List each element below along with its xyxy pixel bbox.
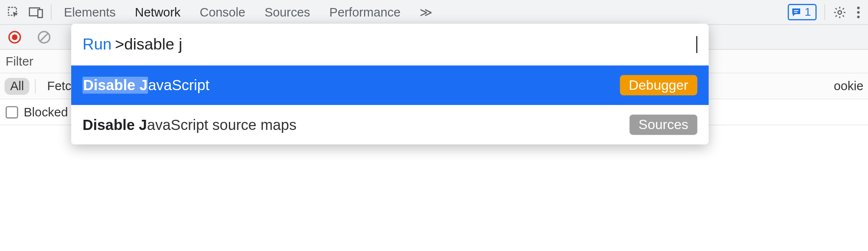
- command-match-bold: Disable J: [83, 116, 147, 133]
- svg-line-12: [835, 15, 837, 17]
- svg-rect-3: [794, 10, 798, 11]
- command-run-prefix: Run: [83, 36, 111, 54]
- command-item-disable-js-source-maps[interactable]: Disable JavaScript source maps Sources: [71, 105, 709, 144]
- issues-badge[interactable]: 1: [787, 4, 816, 20]
- filter-input[interactable]: Filter: [6, 54, 33, 69]
- svg-line-13: [843, 8, 844, 9]
- tabs-container: Elements Network Console Sources Perform…: [61, 3, 788, 22]
- svg-rect-2: [38, 9, 42, 17]
- tab-elements[interactable]: Elements: [61, 3, 119, 22]
- svg-line-10: [835, 8, 837, 9]
- clear-icon[interactable]: [33, 26, 55, 48]
- command-badge-debugger: Debugger: [620, 75, 697, 95]
- command-palette: Run Disable JavaScript Debugger Disable …: [71, 24, 709, 144]
- blocked-label: Blocked: [24, 105, 68, 119]
- filter-pill-all[interactable]: All: [5, 77, 30, 94]
- divider: [35, 79, 36, 94]
- svg-point-18: [12, 34, 17, 40]
- chat-icon: [791, 7, 801, 17]
- svg-point-5: [838, 10, 842, 14]
- svg-line-20: [40, 33, 48, 41]
- svg-line-11: [843, 15, 844, 17]
- tab-console[interactable]: Console: [196, 3, 249, 22]
- command-match-highlight: Disable J: [83, 77, 148, 94]
- command-badge-sources: Sources: [629, 115, 697, 135]
- blocked-checkbox[interactable]: [6, 106, 18, 118]
- inspect-element-icon[interactable]: [2, 1, 25, 23]
- command-input-row[interactable]: Run: [71, 24, 709, 66]
- divider: [51, 4, 51, 20]
- command-item-rest: avaScript source maps: [147, 116, 297, 133]
- tab-sources[interactable]: Sources: [261, 3, 314, 22]
- tab-performance[interactable]: Performance: [326, 3, 404, 22]
- text-caret: [696, 36, 698, 53]
- more-menu-icon[interactable]: [851, 1, 866, 23]
- issues-count: 1: [804, 6, 811, 19]
- tab-network[interactable]: Network: [131, 3, 184, 22]
- divider: [824, 4, 825, 20]
- filter-cookies-fragment[interactable]: ookie: [834, 79, 863, 94]
- record-button[interactable]: [3, 26, 26, 48]
- device-toolbar-icon[interactable]: [25, 1, 47, 23]
- command-input[interactable]: [115, 36, 698, 54]
- svg-point-16: [857, 15, 860, 18]
- devtools-tab-bar: Elements Network Console Sources Perform…: [0, 0, 868, 25]
- svg-point-15: [857, 11, 860, 14]
- svg-rect-4: [794, 11, 797, 12]
- settings-icon[interactable]: [829, 1, 851, 23]
- svg-point-14: [857, 6, 860, 9]
- command-item-disable-javascript[interactable]: Disable JavaScript Debugger: [71, 66, 709, 105]
- command-item-rest: avaScript: [148, 77, 210, 94]
- tabs-overflow-icon[interactable]: ≫: [416, 3, 436, 22]
